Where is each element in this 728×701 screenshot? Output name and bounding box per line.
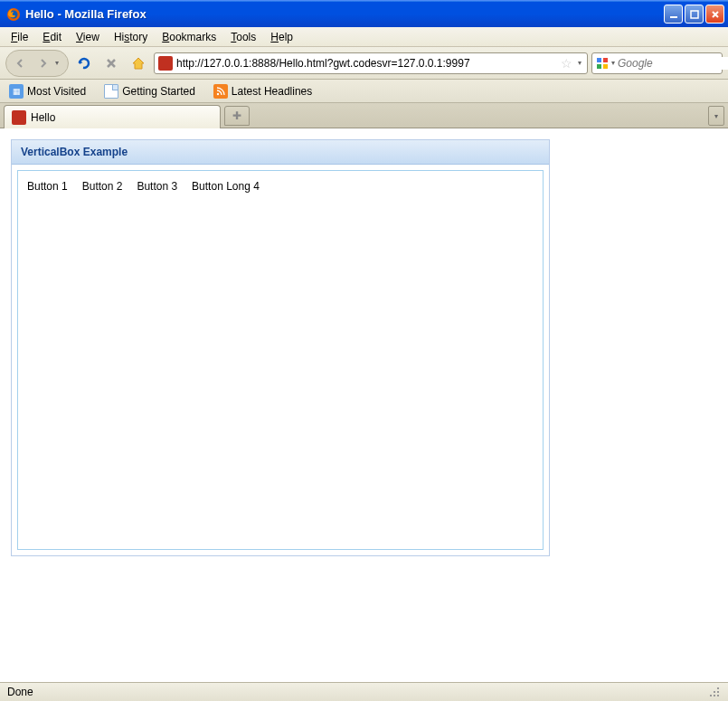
url-bar[interactable]: ☆ ▾: [154, 52, 588, 74]
button-2[interactable]: Button 2: [82, 178, 123, 194]
url-dropdown-icon[interactable]: ▾: [576, 59, 583, 67]
menu-bookmarks[interactable]: Bookmarks: [155, 28, 223, 46]
nav-toolbar: ▾ ☆ ▾ ▾: [0, 47, 728, 80]
window-titlebar: Hello - Mozilla Firefox: [0, 0, 728, 27]
window-title: Hello - Mozilla Firefox: [25, 7, 664, 21]
reload-button[interactable]: [72, 52, 96, 75]
home-button[interactable]: [127, 52, 150, 75]
menu-help[interactable]: Help: [263, 28, 300, 46]
most-visited-icon: ▦: [9, 84, 24, 99]
search-engine-dropdown[interactable]: ▾: [611, 59, 615, 67]
bookmark-star-icon[interactable]: ☆: [561, 56, 572, 71]
svg-rect-5: [603, 58, 608, 62]
page-content: VerticalBox Example Button 1 Button 2 Bu…: [0, 128, 728, 682]
svg-rect-7: [603, 64, 608, 69]
maximize-button[interactable]: [685, 5, 704, 24]
menubar: File Edit View History Bookmarks Tools H…: [0, 27, 728, 47]
stop-button[interactable]: [99, 52, 123, 75]
back-button[interactable]: [8, 52, 32, 75]
page-icon: [104, 84, 118, 99]
nav-history-dropdown[interactable]: ▾: [55, 59, 66, 67]
bookmark-latest-headlines[interactable]: Latest Headlines: [210, 82, 316, 100]
close-button[interactable]: [705, 5, 724, 24]
bookmark-label: Getting Started: [122, 85, 195, 98]
new-tab-button[interactable]: ✚: [224, 106, 250, 126]
panel-inner: Button 1 Button 2 Button 3 Button Long 4: [17, 170, 544, 550]
menu-view[interactable]: View: [69, 28, 107, 46]
svg-rect-2: [670, 16, 677, 18]
status-text: Done: [7, 686, 708, 698]
svg-point-10: [217, 92, 219, 94]
tab-bar: Hello ✚ ▾: [0, 103, 728, 128]
bookmarks-toolbar: ▦ Most Visited Getting Started Latest He…: [0, 80, 728, 103]
search-bar[interactable]: ▾: [591, 52, 723, 74]
bookmark-most-visited[interactable]: ▦ Most Visited: [5, 82, 90, 100]
url-favicon-icon: [158, 56, 173, 71]
button-long-4[interactable]: Button Long 4: [192, 178, 260, 194]
resize-grip[interactable]: [708, 686, 721, 698]
panel-body: Button 1 Button 2 Button 3 Button Long 4: [12, 165, 549, 555]
tab-hello[interactable]: Hello: [4, 105, 221, 128]
menu-tools[interactable]: Tools: [223, 28, 263, 46]
menu-file[interactable]: File: [4, 28, 35, 46]
tab-label: Hello: [31, 111, 55, 124]
panel-title: VerticalBox Example: [12, 140, 549, 165]
nav-button-group: ▾: [5, 50, 69, 77]
search-input[interactable]: [618, 57, 728, 70]
menu-history[interactable]: History: [107, 28, 155, 46]
bookmark-label: Most Visited: [27, 85, 86, 98]
bookmark-label: Latest Headlines: [232, 85, 312, 98]
status-bar: Done: [0, 682, 728, 701]
forward-button[interactable]: [32, 52, 55, 75]
firefox-icon: [6, 7, 21, 22]
button-3[interactable]: Button 3: [137, 178, 177, 194]
google-icon[interactable]: [596, 56, 609, 71]
minimize-button[interactable]: [664, 5, 683, 24]
svg-rect-3: [691, 11, 698, 18]
svg-rect-4: [597, 58, 601, 62]
rss-icon: [213, 84, 228, 99]
window-controls: [664, 5, 724, 24]
menu-edit[interactable]: Edit: [35, 28, 69, 46]
svg-rect-6: [597, 64, 601, 69]
tab-favicon-icon: [12, 110, 26, 125]
bookmark-getting-started[interactable]: Getting Started: [100, 82, 199, 100]
tab-list-button[interactable]: ▾: [708, 106, 724, 126]
button-1[interactable]: Button 1: [27, 178, 68, 194]
url-input[interactable]: [176, 57, 557, 70]
verticalbox-panel: VerticalBox Example Button 1 Button 2 Bu…: [11, 139, 550, 556]
